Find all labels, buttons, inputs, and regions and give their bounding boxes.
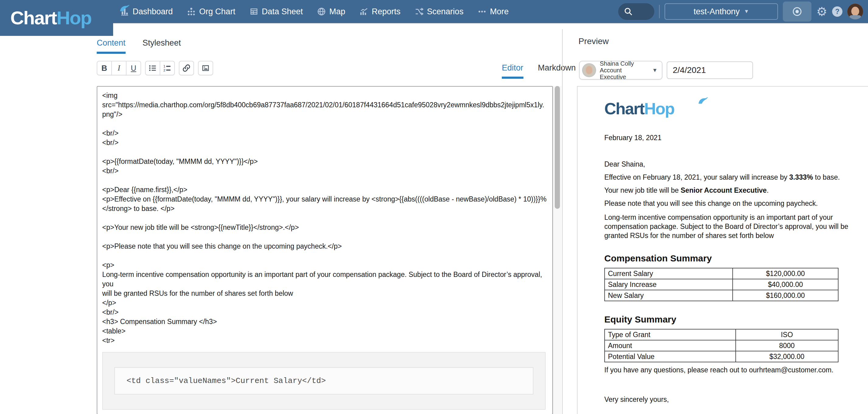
link-button[interactable] [179, 61, 194, 75]
tab-stylesheet[interactable]: Stylesheet [143, 38, 181, 52]
person-name: Shaina Colly [600, 60, 648, 67]
preview-letter: ChartHop February 18, 2021 Dear Shaina, … [577, 86, 868, 414]
numbered-list-button[interactable]: 12 [160, 61, 175, 75]
letter-lti-paragraph: Long-term incentive compensation opportu… [604, 213, 868, 240]
editor-scrollbar[interactable] [553, 86, 561, 414]
top-navbar: Dashboard Org Chart Data Sheet Map Repor… [0, 0, 868, 23]
tab-editor[interactable]: Editor [502, 63, 523, 77]
letter-charthop-logo: ChartHop [604, 100, 868, 117]
nav-item-data-sheet[interactable]: Data Sheet [249, 7, 303, 17]
letter-closing: Very sincerely yours, [604, 395, 868, 404]
nav-item-more[interactable]: More [477, 7, 509, 17]
left-pane-tabs: Content Stylesheet [97, 38, 181, 52]
tab-content[interactable]: Content [97, 38, 126, 52]
equity-table: Type of GrantISOAmount8000Potential Valu… [604, 329, 838, 362]
table-row: Type of GrantISO [604, 329, 838, 340]
letter-salary-line: Effective on February 18, 2021, your sal… [604, 173, 868, 182]
person-job-title: Account Executive [600, 67, 648, 80]
charthop-logo[interactable]: ChartHop [0, 0, 113, 36]
reports-icon [359, 7, 368, 16]
help-icon[interactable]: ? [832, 6, 842, 17]
preview-title: Preview [579, 36, 609, 46]
data-sheet-icon [249, 7, 258, 16]
link-icon [182, 64, 191, 72]
underline-button[interactable]: U [126, 61, 141, 75]
equity-summary-heading: Equity Summary [604, 314, 868, 325]
letter-greeting: Dear Shaina, [604, 160, 868, 168]
nav-item-org-chart[interactable]: Org Chart [187, 7, 236, 17]
italic-button[interactable]: I [111, 61, 126, 75]
letter-questions-line: If you have any questions, please reach … [604, 366, 868, 374]
image-icon [202, 64, 210, 72]
letter-date: February 18, 2021 [604, 134, 868, 142]
numbered-list-icon: 12 [163, 64, 172, 72]
image-button[interactable] [198, 61, 213, 75]
nav-item-reports[interactable]: Reports [359, 7, 401, 17]
org-selector-dropdown[interactable]: test-Anthony ▼ [664, 3, 778, 20]
tab-markdown[interactable]: Markdown [538, 63, 576, 77]
richtext-toolbar: B I U 12 [97, 61, 213, 75]
chevron-down-icon: ▼ [652, 67, 657, 73]
view-as-button[interactable] [783, 2, 811, 22]
code-block-line[interactable]: <td class="valueNames">Current Salary</t… [114, 367, 533, 394]
page: Department + Manager + Name or Title Das… [0, 0, 868, 414]
active-tab-underline [97, 52, 126, 54]
map-icon [317, 7, 326, 16]
eye-icon [792, 6, 803, 17]
org-chart-icon [187, 7, 196, 16]
bold-button[interactable]: B [97, 61, 112, 75]
pane-splitter[interactable] [562, 29, 563, 414]
letter-title-line: Your new job title will be Senior Accoun… [604, 186, 868, 195]
nav-item-map[interactable]: Map [317, 7, 345, 17]
svg-text:1: 1 [163, 64, 165, 68]
table-row: New Salary$160,000.00 [604, 290, 838, 301]
editor-mode-tabs: Editor Markdown [502, 63, 576, 77]
letter-paycheck-note: Please note that you will see this chang… [604, 199, 868, 208]
embedded-code-block[interactable]: <td class="valueNames">Current Salary</t… [102, 352, 546, 410]
table-row: Amount8000 [604, 340, 838, 351]
bullet-list-button[interactable] [145, 61, 160, 75]
svg-text:2: 2 [163, 68, 165, 72]
table-row: Potential Value$32,000.00 [604, 351, 838, 362]
grasshopper-icon [119, 5, 130, 11]
bullet-list-icon [148, 64, 157, 72]
preview-person-selector[interactable]: Shaina Colly Account Executive ▼ [579, 61, 662, 79]
editor-content-before[interactable]: <img src="https://media.charthop.com/org… [102, 91, 548, 345]
active-tab-underline [502, 76, 523, 79]
search-button[interactable] [618, 3, 654, 20]
preview-date-input[interactable]: 2/4/2021 [666, 61, 753, 79]
person-avatar [582, 63, 596, 77]
scenarios-icon [414, 7, 424, 16]
more-icon [477, 7, 487, 16]
chevron-down-icon: ▼ [744, 8, 749, 14]
template-editor[interactable]: <img src="https://media.charthop.com/org… [97, 86, 553, 414]
scrollbar-thumb[interactable] [555, 86, 560, 209]
compensation-summary-heading: Compensation Summary [604, 253, 868, 263]
search-icon [624, 7, 633, 16]
gear-icon[interactable]: ⚙ [816, 5, 827, 18]
nav-divider [659, 5, 660, 18]
user-avatar[interactable] [847, 4, 863, 20]
table-row: Current Salary$120,000.00 [604, 268, 838, 279]
compensation-table: Current Salary$120,000.00Salary Increase… [604, 268, 838, 301]
table-row: Salary Increase$40,000.00 [604, 279, 838, 290]
grasshopper-icon [698, 97, 708, 104]
nav-item-scenarios[interactable]: Scenarios [414, 7, 464, 17]
